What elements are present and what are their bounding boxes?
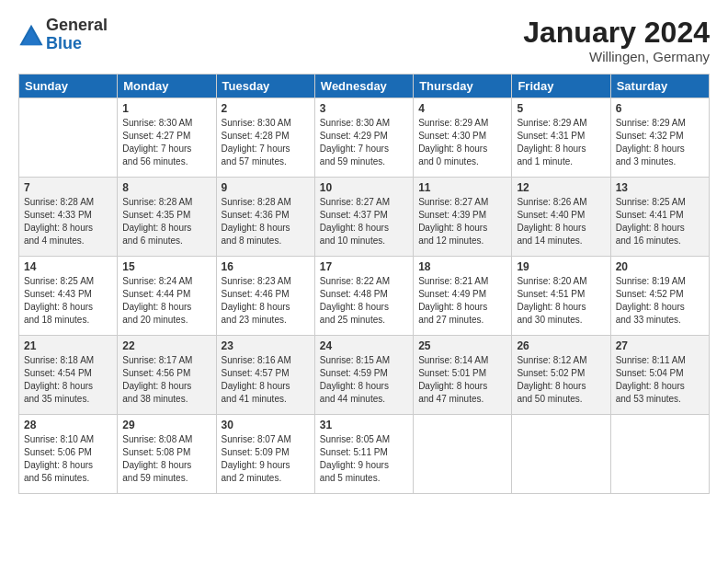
table-row: 12Sunrise: 8:26 AMSunset: 4:40 PMDayligh… [512, 178, 610, 257]
table-row: 28Sunrise: 8:10 AMSunset: 5:06 PMDayligh… [19, 415, 118, 494]
table-row: 29Sunrise: 8:08 AMSunset: 5:08 PMDayligh… [118, 415, 216, 494]
day-number: 3 [320, 102, 408, 115]
day-info: Sunrise: 8:23 AMSunset: 4:46 PMDaylight:… [222, 275, 310, 327]
table-row: 30Sunrise: 8:07 AMSunset: 5:09 PMDayligh… [216, 415, 314, 494]
calendar-week-row: 28Sunrise: 8:10 AMSunset: 5:06 PMDayligh… [19, 415, 710, 494]
calendar-table: Sunday Monday Tuesday Wednesday Thursday… [18, 74, 710, 494]
day-number: 8 [122, 181, 210, 194]
day-number: 17 [320, 260, 408, 273]
logo-text: General Blue [46, 17, 108, 53]
day-info: Sunrise: 8:30 AMSunset: 4:29 PMDaylight:… [320, 117, 408, 168]
day-info: Sunrise: 8:27 AMSunset: 4:37 PMDaylight:… [320, 196, 408, 247]
day-number: 5 [517, 102, 605, 115]
day-info: Sunrise: 8:14 AMSunset: 5:01 PMDaylight:… [418, 354, 506, 406]
day-number: 20 [616, 260, 704, 273]
table-row: 11Sunrise: 8:27 AMSunset: 4:39 PMDayligh… [414, 178, 512, 257]
col-friday: Friday [512, 75, 610, 98]
table-row: 4Sunrise: 8:29 AMSunset: 4:30 PMDaylight… [414, 98, 512, 178]
col-monday: Monday [118, 75, 216, 98]
table-row: 14Sunrise: 8:25 AMSunset: 4:43 PMDayligh… [19, 257, 118, 336]
day-info: Sunrise: 8:21 AMSunset: 4:49 PMDaylight:… [418, 275, 506, 327]
table-row: 18Sunrise: 8:21 AMSunset: 4:49 PMDayligh… [414, 257, 512, 336]
day-number: 23 [222, 339, 310, 352]
table-row: 3Sunrise: 8:30 AMSunset: 4:29 PMDaylight… [314, 98, 413, 178]
day-info: Sunrise: 8:27 AMSunset: 4:39 PMDaylight:… [418, 196, 506, 247]
table-row: 15Sunrise: 8:24 AMSunset: 4:44 PMDayligh… [118, 257, 216, 336]
day-info: Sunrise: 8:11 AMSunset: 5:04 PMDaylight:… [616, 354, 704, 406]
day-number: 15 [122, 260, 210, 273]
day-info: Sunrise: 8:29 AMSunset: 4:30 PMDaylight:… [418, 117, 506, 168]
table-row [512, 415, 610, 494]
day-info: Sunrise: 8:17 AMSunset: 4:56 PMDaylight:… [122, 354, 210, 406]
table-row: 17Sunrise: 8:22 AMSunset: 4:48 PMDayligh… [314, 257, 413, 336]
table-row: 16Sunrise: 8:23 AMSunset: 4:46 PMDayligh… [216, 257, 314, 336]
day-number: 29 [122, 419, 210, 431]
day-info: Sunrise: 8:28 AMSunset: 4:33 PMDaylight:… [24, 196, 112, 247]
col-saturday: Saturday [610, 75, 709, 98]
table-row [610, 415, 709, 494]
table-row: 8Sunrise: 8:28 AMSunset: 4:35 PMDaylight… [118, 178, 216, 257]
table-row: 26Sunrise: 8:12 AMSunset: 5:02 PMDayligh… [512, 336, 610, 415]
col-wednesday: Wednesday [314, 75, 413, 98]
table-row: 20Sunrise: 8:19 AMSunset: 4:52 PMDayligh… [610, 257, 709, 336]
table-row: 23Sunrise: 8:16 AMSunset: 4:57 PMDayligh… [216, 336, 314, 415]
day-number: 1 [122, 102, 210, 115]
day-number: 10 [320, 181, 408, 194]
day-info: Sunrise: 8:22 AMSunset: 4:48 PMDaylight:… [320, 275, 408, 327]
day-info: Sunrise: 8:29 AMSunset: 4:31 PMDaylight:… [517, 117, 605, 168]
day-info: Sunrise: 8:30 AMSunset: 4:28 PMDaylight:… [222, 117, 310, 168]
col-sunday: Sunday [19, 75, 118, 98]
day-number: 13 [616, 181, 704, 194]
calendar-week-row: 21Sunrise: 8:18 AMSunset: 4:54 PMDayligh… [19, 336, 710, 415]
table-row [19, 98, 118, 178]
logo-blue-text: Blue [46, 34, 82, 52]
day-info: Sunrise: 8:25 AMSunset: 4:41 PMDaylight:… [616, 196, 704, 247]
day-number: 21 [24, 339, 112, 352]
day-number: 16 [222, 260, 310, 273]
table-row: 19Sunrise: 8:20 AMSunset: 4:51 PMDayligh… [512, 257, 610, 336]
day-info: Sunrise: 8:16 AMSunset: 4:57 PMDaylight:… [222, 354, 310, 406]
table-row: 2Sunrise: 8:30 AMSunset: 4:28 PMDaylight… [216, 98, 314, 178]
title-block: January 2024 Willingen, Germany [523, 17, 710, 64]
day-info: Sunrise: 8:29 AMSunset: 4:32 PMDaylight:… [616, 117, 704, 168]
table-row: 24Sunrise: 8:15 AMSunset: 4:59 PMDayligh… [314, 336, 413, 415]
day-info: Sunrise: 8:12 AMSunset: 5:02 PMDaylight:… [517, 354, 605, 406]
day-info: Sunrise: 8:30 AMSunset: 4:27 PMDaylight:… [122, 117, 210, 168]
day-info: Sunrise: 8:10 AMSunset: 5:06 PMDaylight:… [24, 433, 112, 485]
day-number: 31 [320, 419, 408, 431]
day-number: 26 [517, 339, 605, 352]
table-row: 21Sunrise: 8:18 AMSunset: 4:54 PMDayligh… [19, 336, 118, 415]
day-number: 28 [24, 419, 112, 431]
day-info: Sunrise: 8:26 AMSunset: 4:40 PMDaylight:… [517, 196, 605, 247]
header: General Blue January 2024 Willingen, Ger… [18, 17, 710, 64]
table-row: 31Sunrise: 8:05 AMSunset: 5:11 PMDayligh… [314, 415, 413, 494]
day-number: 4 [418, 102, 506, 115]
day-number: 30 [222, 419, 310, 431]
day-number: 27 [616, 339, 704, 352]
day-info: Sunrise: 8:28 AMSunset: 4:36 PMDaylight:… [222, 196, 310, 247]
col-tuesday: Tuesday [216, 75, 314, 98]
day-info: Sunrise: 8:24 AMSunset: 4:44 PMDaylight:… [122, 275, 210, 327]
calendar-title: January 2024 [523, 17, 710, 49]
day-info: Sunrise: 8:19 AMSunset: 4:52 PMDaylight:… [616, 275, 704, 327]
day-number: 7 [24, 181, 112, 194]
calendar-subtitle: Willingen, Germany [523, 49, 710, 64]
day-info: Sunrise: 8:25 AMSunset: 4:43 PMDaylight:… [24, 275, 112, 327]
calendar-week-row: 7Sunrise: 8:28 AMSunset: 4:33 PMDaylight… [19, 178, 710, 257]
day-number: 18 [418, 260, 506, 273]
day-number: 11 [418, 181, 506, 194]
logo-general-text: General [46, 16, 108, 34]
calendar-week-row: 1Sunrise: 8:30 AMSunset: 4:27 PMDaylight… [19, 98, 710, 178]
table-row: 6Sunrise: 8:29 AMSunset: 4:32 PMDaylight… [610, 98, 709, 178]
table-row: 25Sunrise: 8:14 AMSunset: 5:01 PMDayligh… [414, 336, 512, 415]
table-row: 27Sunrise: 8:11 AMSunset: 5:04 PMDayligh… [610, 336, 709, 415]
table-row: 1Sunrise: 8:30 AMSunset: 4:27 PMDaylight… [118, 98, 216, 178]
page: General Blue January 2024 Willingen, Ger… [0, 0, 728, 563]
day-number: 14 [24, 260, 112, 273]
day-number: 22 [122, 339, 210, 352]
day-number: 2 [222, 102, 310, 115]
day-number: 6 [616, 102, 704, 115]
day-info: Sunrise: 8:08 AMSunset: 5:08 PMDaylight:… [122, 433, 210, 485]
day-number: 19 [517, 260, 605, 273]
day-info: Sunrise: 8:18 AMSunset: 4:54 PMDaylight:… [24, 354, 112, 406]
